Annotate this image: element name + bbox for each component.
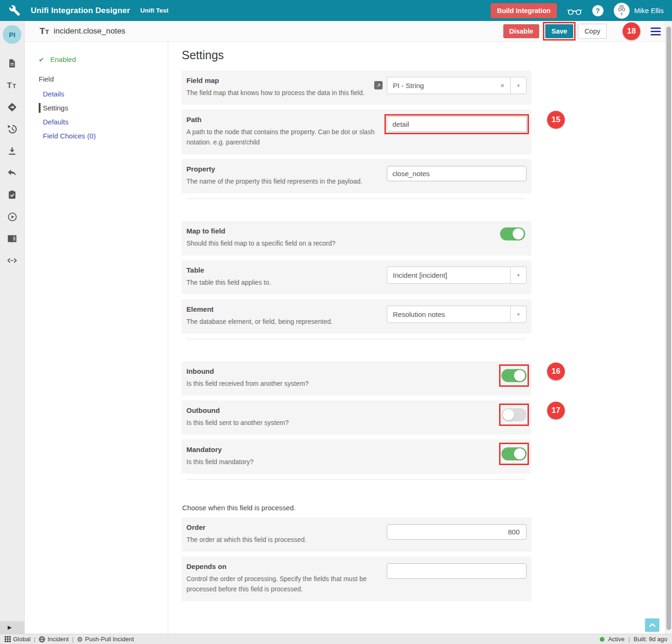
field-description: A path to the node that contains the pro…: [186, 127, 387, 147]
field-label: Field map: [186, 76, 387, 84]
svg-text:T: T: [13, 83, 16, 89]
select-element[interactable]: Resolution notes▼: [387, 306, 527, 323]
vertical-scrollbar[interactable]: [665, 21, 672, 634]
separator: |: [34, 636, 35, 643]
select-table[interactable]: Incident [incident]▼: [387, 267, 527, 284]
input-path[interactable]: [387, 116, 527, 132]
select-field-map[interactable]: PI - String✕▼: [387, 77, 527, 94]
open-record-icon[interactable]: ↗: [374, 81, 383, 89]
rail-icons: TT: [7, 58, 18, 266]
field-description: Is this field sent to another system?: [186, 418, 387, 428]
field-control: Resolution notes▼: [387, 305, 527, 327]
select-value: Incident [incident]: [387, 271, 510, 279]
step-badge: 15: [547, 111, 565, 129]
expand-rail-button[interactable]: ▶: [0, 621, 25, 634]
svg-text:T: T: [7, 81, 12, 90]
toggle-knob: [514, 448, 525, 459]
clear-icon[interactable]: ✕: [494, 82, 510, 89]
chevron-down-icon: ▼: [510, 267, 526, 283]
toggle-map-to-field[interactable]: [500, 227, 525, 240]
field-description: Should this field map to a specific fiel…: [186, 238, 387, 248]
field-row-order: OrderThe order at which this field is pr…: [182, 517, 531, 552]
step-badge: 18: [623, 22, 640, 40]
icon-rail: PI TT ▶: [0, 21, 25, 634]
toggle-outbound[interactable]: [501, 408, 527, 421]
field-row-text: InboundIs this field received from anoth…: [186, 367, 387, 389]
process-link[interactable]: ⚙ Push-Pull Incident: [77, 636, 134, 643]
step-badge: 16: [547, 363, 565, 380]
menu-icon[interactable]: [651, 27, 661, 35]
field-row-inbound: InboundIs this field received from anoth…: [182, 361, 531, 396]
preview-glasses-icon[interactable]: [567, 5, 582, 17]
text-fields-icon[interactable]: TT: [7, 80, 18, 91]
reply-icon[interactable]: [7, 167, 18, 178]
field-control: ↗PI - String✕▼: [387, 76, 527, 98]
code-icon[interactable]: [7, 255, 18, 266]
build-integration-button[interactable]: Build Integration: [491, 3, 556, 18]
scroll-to-top-button[interactable]: [645, 618, 659, 632]
field-row-text: ElementThe database element, or field, b…: [186, 305, 387, 327]
apps-grid-icon: [5, 636, 11, 642]
field-row-text: Field mapThe field map that knows how to…: [186, 76, 387, 98]
field-control: [387, 562, 527, 594]
environment-name: Unifi Test: [140, 7, 169, 14]
field-control: [387, 406, 527, 428]
field-row-property: PropertyThe name of the property this fi…: [182, 159, 531, 193]
nav-section-label: Field: [39, 75, 168, 83]
history-icon[interactable]: [7, 123, 18, 135]
field-row-field-map: Field mapThe field map that knows how to…: [182, 70, 531, 105]
field-description: The order at which this field is process…: [186, 534, 387, 545]
save-button[interactable]: Save: [545, 24, 573, 38]
help-icon[interactable]: ?: [592, 5, 603, 16]
directions-icon[interactable]: [7, 102, 18, 113]
integration-avatar[interactable]: PI: [3, 25, 21, 44]
scrollbar-thumb[interactable]: [666, 27, 671, 630]
built-label: Built: 9d ago: [634, 636, 667, 643]
field-control: [387, 227, 527, 248]
field-description: Is this field mandatory?: [186, 457, 387, 467]
toggle-knob: [503, 409, 514, 420]
process-note: Choose when this field is processed.: [182, 501, 531, 512]
nav-item-settings[interactable]: Settings: [39, 104, 168, 112]
input-depends-on[interactable]: [387, 563, 527, 579]
copy-button[interactable]: Copy: [578, 24, 607, 39]
field-row-element: ElementThe database element, or field, b…: [182, 299, 531, 334]
document-icon[interactable]: [7, 58, 18, 69]
scope-link[interactable]: Global: [5, 636, 31, 643]
page-title: Settings: [182, 48, 665, 62]
field-label: Table: [186, 266, 387, 274]
reader-icon[interactable]: [7, 233, 18, 244]
chevron-down-icon: ▼: [510, 77, 526, 94]
field-description: Control the order of processing. Specify…: [186, 574, 387, 594]
section-divider: [186, 479, 526, 480]
settings-rows: Field mapThe field map that knows how to…: [182, 70, 531, 601]
highlight-box: [499, 443, 529, 465]
field-label: Element: [186, 305, 387, 313]
nav-item-field-choices-0-[interactable]: Field Choices (0): [39, 132, 168, 140]
record-titlebar: TT incident.close_notes Disable Save Cop…: [25, 21, 672, 42]
input-property[interactable]: [387, 166, 527, 181]
field-row-table: TableThe table this field applies to.Inc…: [182, 260, 531, 295]
field-label: Depends on: [186, 562, 387, 570]
field-label: Path: [186, 116, 387, 123]
input-order[interactable]: [387, 524, 527, 540]
user-menu[interactable]: Mike Ellis: [614, 3, 664, 19]
field-description: The table this field applies to.: [186, 277, 387, 288]
download-icon[interactable]: [7, 145, 18, 157]
nav-item-details[interactable]: Details: [39, 90, 168, 98]
toggle-inbound[interactable]: [501, 369, 527, 382]
disable-button[interactable]: Disable: [503, 24, 540, 38]
table-link[interactable]: Incident: [39, 636, 69, 643]
process-label: Push-Pull Incident: [85, 636, 134, 643]
toggle-mandatory[interactable]: [501, 447, 527, 460]
highlight-box: [499, 364, 529, 387]
separator: |: [628, 636, 630, 643]
table-label: Incident: [48, 636, 69, 643]
gear-icon: ⚙: [77, 636, 83, 643]
field-row-text: PropertyThe name of the property this fi…: [186, 165, 387, 186]
field-label: Order: [186, 523, 387, 531]
nav-item-defaults[interactable]: Defaults: [39, 118, 168, 126]
play-circle-icon[interactable]: [7, 211, 18, 222]
task-check-icon[interactable]: [7, 189, 18, 200]
status-dot: [600, 637, 604, 642]
